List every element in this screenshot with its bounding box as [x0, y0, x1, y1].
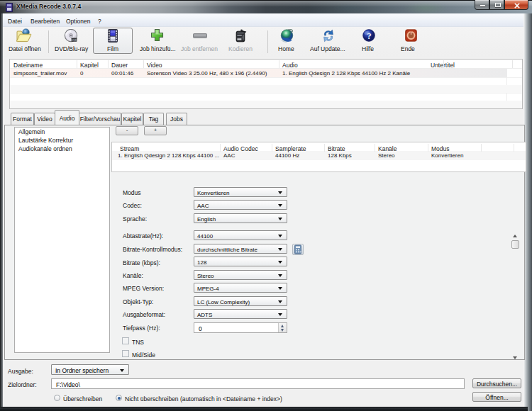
svg-text:?: ? [367, 30, 372, 41]
svg-text:DVD: DVD [71, 38, 77, 42]
